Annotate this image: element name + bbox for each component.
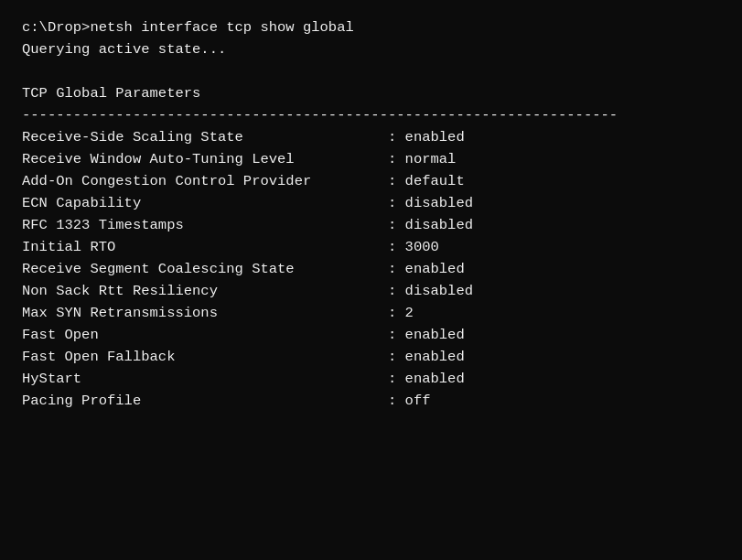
- param-row: Max SYN Retransmissions : 2: [22, 302, 720, 324]
- param-colon: :: [388, 214, 405, 236]
- param-value: 2: [405, 302, 414, 324]
- param-colon: :: [388, 390, 405, 412]
- param-value: enabled: [405, 126, 465, 148]
- blank-line-1: [22, 60, 720, 82]
- param-name: RFC 1323 Timestamps: [22, 214, 388, 236]
- param-row: Receive-Side Scaling State : enabled: [22, 126, 720, 148]
- param-colon: :: [388, 236, 405, 258]
- param-row: HyStart : enabled: [22, 368, 720, 390]
- param-value: enabled: [405, 324, 465, 346]
- param-colon: :: [388, 280, 405, 302]
- param-name: Max SYN Retransmissions: [22, 302, 388, 324]
- param-value: enabled: [405, 258, 465, 280]
- command-line: c:\Drop>netsh interface tcp show global: [22, 16, 720, 38]
- terminal-window: c:\Drop>netsh interface tcp show global …: [0, 0, 742, 560]
- param-value: 3000: [405, 236, 439, 258]
- param-row: Receive Segment Coalescing State : enabl…: [22, 258, 720, 280]
- param-name: Pacing Profile: [22, 390, 388, 412]
- param-name: Receive-Side Scaling State: [22, 126, 388, 148]
- param-colon: :: [388, 258, 405, 280]
- param-value: enabled: [405, 346, 465, 368]
- separator-line: ----------------------------------------…: [22, 104, 720, 126]
- param-name: Fast Open: [22, 324, 388, 346]
- param-colon: :: [388, 148, 405, 170]
- param-value: disabled: [405, 214, 473, 236]
- param-name: Fast Open Fallback: [22, 346, 388, 368]
- param-colon: :: [388, 346, 405, 368]
- param-row: Fast Open : enabled: [22, 324, 720, 346]
- param-name: ECN Capability: [22, 192, 388, 214]
- param-row: RFC 1323 Timestamps : disabled: [22, 214, 720, 236]
- param-value: normal: [405, 148, 457, 170]
- param-row: Add-On Congestion Control Provider : def…: [22, 170, 720, 192]
- param-value: off: [405, 390, 431, 412]
- param-value: default: [405, 170, 465, 192]
- param-value: disabled: [405, 192, 473, 214]
- param-colon: :: [388, 324, 405, 346]
- param-name: Non Sack Rtt Resiliency: [22, 280, 388, 302]
- param-row: Initial RTO : 3000: [22, 236, 720, 258]
- param-row: Pacing Profile : off: [22, 390, 720, 412]
- param-colon: :: [388, 170, 405, 192]
- query-line: Querying active state...: [22, 38, 720, 60]
- param-colon: :: [388, 368, 405, 390]
- param-row: Receive Window Auto-Tuning Level : norma…: [22, 148, 720, 170]
- param-colon: :: [388, 192, 405, 214]
- params-container: Receive-Side Scaling State : enabledRece…: [22, 126, 720, 412]
- param-name: HyStart: [22, 368, 388, 390]
- param-name: Initial RTO: [22, 236, 388, 258]
- param-row: Fast Open Fallback : enabled: [22, 346, 720, 368]
- param-name: Receive Segment Coalescing State: [22, 258, 388, 280]
- param-name: Receive Window Auto-Tuning Level: [22, 148, 388, 170]
- param-row: ECN Capability : disabled: [22, 192, 720, 214]
- param-name: Add-On Congestion Control Provider: [22, 170, 388, 192]
- param-colon: :: [388, 302, 405, 324]
- section-title: TCP Global Parameters: [22, 82, 720, 104]
- param-colon: :: [388, 126, 405, 148]
- param-value: disabled: [405, 280, 473, 302]
- param-row: Non Sack Rtt Resiliency : disabled: [22, 280, 720, 302]
- param-value: enabled: [405, 368, 465, 390]
